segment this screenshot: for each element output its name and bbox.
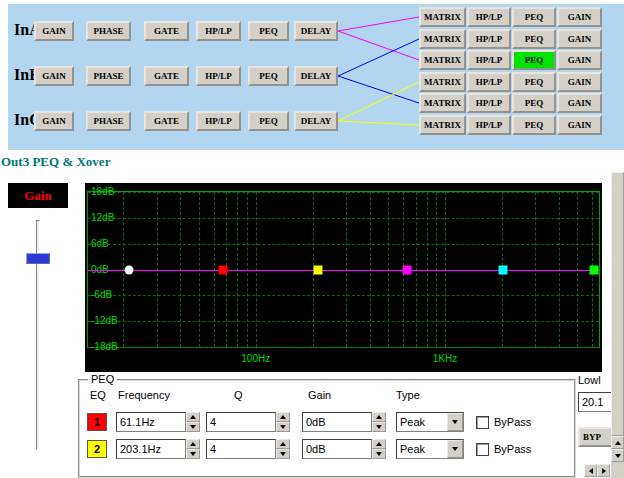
band1-color-chip[interactable]: 1 xyxy=(87,413,107,431)
spin-down-icon[interactable] xyxy=(276,422,290,432)
out1-gain-button[interactable]: GAIN xyxy=(557,7,602,27)
vertical-scrollbar-thumb[interactable] xyxy=(611,172,624,436)
ina-gate-button[interactable]: GATE xyxy=(144,21,189,41)
band2-gain-spinner[interactable] xyxy=(372,439,386,459)
out6-matrix-button[interactable]: MATRIX xyxy=(419,115,466,135)
out3-matrix-button[interactable]: MATRIX xyxy=(419,50,466,70)
inb-delay-button[interactable]: DELAY xyxy=(294,66,338,86)
scrollbar-corner xyxy=(611,463,624,478)
band2-q-spinner[interactable] xyxy=(276,439,290,459)
out4-hplp-button[interactable]: HP/LP xyxy=(467,72,511,92)
ina-phase-button[interactable]: PHASE xyxy=(86,21,131,41)
out4-gain-button[interactable]: GAIN xyxy=(557,72,602,92)
out4-matrix-button[interactable]: MATRIX xyxy=(419,72,466,92)
chevron-down-icon[interactable] xyxy=(447,440,463,458)
ina-gain-button[interactable]: GAIN xyxy=(34,21,74,41)
header-gain: Gain xyxy=(308,389,331,401)
band2-q-field[interactable]: 4 xyxy=(206,439,276,459)
band2-bypass-checkbox[interactable] xyxy=(476,443,489,456)
out3-hplp-button[interactable]: HP/LP xyxy=(467,50,511,70)
out1-peq-button[interactable]: PEQ xyxy=(512,7,556,27)
out3-gain-button[interactable]: GAIN xyxy=(557,50,602,70)
inc-delay-button[interactable]: DELAY xyxy=(294,111,338,131)
spin-up-icon[interactable] xyxy=(186,439,200,449)
inb-gate-button[interactable]: GATE xyxy=(144,66,189,86)
band1-bypass-checkbox[interactable] xyxy=(476,416,489,429)
out3-peq-button[interactable]: PEQ xyxy=(512,50,556,70)
graph-grid: 18dB12dB6dB0dB-6dB-12dB-18dB100Hz1KHz xyxy=(87,191,600,348)
spin-up-icon[interactable] xyxy=(276,412,290,422)
inb-gain-button[interactable]: GAIN xyxy=(34,66,74,86)
inb-peq-button[interactable]: PEQ xyxy=(248,66,289,86)
band2-type-select[interactable]: Peak xyxy=(396,439,464,459)
eq-band-marker[interactable] xyxy=(125,265,134,274)
scroll-right-icon[interactable] xyxy=(597,464,610,477)
band1-frequency-spinner[interactable] xyxy=(186,412,200,432)
inc-phase-button[interactable]: PHASE xyxy=(86,111,131,131)
spin-up-icon[interactable] xyxy=(186,412,200,422)
out6-hplp-button[interactable]: HP/LP xyxy=(467,115,511,135)
vertical-scrollbar[interactable] xyxy=(611,172,624,463)
band2-color-chip[interactable]: 2 xyxy=(87,440,107,458)
spin-down-icon[interactable] xyxy=(186,449,200,459)
eq-band-marker[interactable] xyxy=(498,265,507,274)
spin-up-icon[interactable] xyxy=(372,439,386,449)
band2-gain-field[interactable]: 0dB xyxy=(302,439,372,459)
band2-frequency-spinner[interactable] xyxy=(186,439,200,459)
band1-q-spinner[interactable] xyxy=(276,412,290,432)
spin-down-icon[interactable] xyxy=(372,449,386,459)
band1-frequency-field[interactable]: 61.1Hz xyxy=(116,412,186,432)
band1-type-select[interactable]: Peak xyxy=(396,412,464,432)
inc-gain-button[interactable]: GAIN xyxy=(34,111,74,131)
inc-hplp-button[interactable]: HP/LP xyxy=(196,111,241,131)
spin-down-icon[interactable] xyxy=(186,422,200,432)
inb-hplp-button[interactable]: HP/LP xyxy=(196,66,241,86)
inc-peq-button[interactable]: PEQ xyxy=(248,111,289,131)
header-eq: EQ xyxy=(90,389,106,401)
spin-up-icon[interactable] xyxy=(276,439,290,449)
spin-up-icon[interactable] xyxy=(372,412,386,422)
scroll-down-icon[interactable] xyxy=(611,449,624,462)
eq-band-marker[interactable] xyxy=(589,265,598,274)
out4-peq-button[interactable]: PEQ xyxy=(512,72,556,92)
ina-peq-button[interactable]: PEQ xyxy=(248,21,289,41)
spin-down-icon[interactable] xyxy=(372,422,386,432)
band1-gain-field[interactable]: 0dB xyxy=(302,412,372,432)
out5-matrix-button[interactable]: MATRIX xyxy=(419,93,466,113)
band1-gain-spinner[interactable] xyxy=(372,412,386,432)
out6-gain-button[interactable]: GAIN xyxy=(557,115,602,135)
lowpass-frequency-field[interactable]: 20.1 xyxy=(578,392,611,412)
scroll-left-icon[interactable] xyxy=(584,464,597,477)
out1-hplp-button[interactable]: HP/LP xyxy=(467,7,511,27)
band1-q-field[interactable]: 4 xyxy=(206,412,276,432)
scroll-up-icon[interactable] xyxy=(611,436,624,449)
ina-delay-button[interactable]: DELAY xyxy=(294,21,338,41)
eq-response-graph: 18dB12dB6dB0dB-6dB-12dB-18dB100Hz1KHz xyxy=(85,183,602,372)
out2-peq-button[interactable]: PEQ xyxy=(512,29,556,49)
out5-gain-button[interactable]: GAIN xyxy=(557,93,602,113)
out2-hplp-button[interactable]: HP/LP xyxy=(467,29,511,49)
ina-hplp-button[interactable]: HP/LP xyxy=(196,21,241,41)
lowpass-group-label: Lowl xyxy=(578,374,601,386)
lowpass-bypass-button[interactable]: BYP xyxy=(578,427,611,447)
x-axis-label: 1KHz xyxy=(433,353,457,364)
eq-band-marker[interactable] xyxy=(219,265,228,274)
header-type: Type xyxy=(396,389,420,401)
out5-hplp-button[interactable]: HP/LP xyxy=(467,93,511,113)
inc-gate-button[interactable]: GATE xyxy=(144,111,189,131)
y-axis-label: 12dB xyxy=(91,213,114,223)
out5-peq-button[interactable]: PEQ xyxy=(512,93,556,113)
chevron-down-icon[interactable] xyxy=(447,413,463,431)
out2-gain-button[interactable]: GAIN xyxy=(557,29,602,49)
eq-band-marker[interactable] xyxy=(314,265,323,274)
header-frequency: Frequency xyxy=(118,389,170,401)
out1-matrix-button[interactable]: MATRIX xyxy=(419,7,466,27)
spin-down-icon[interactable] xyxy=(276,449,290,459)
band2-frequency-field[interactable]: 203.1Hz xyxy=(116,439,186,459)
out2-matrix-button[interactable]: MATRIX xyxy=(419,29,466,49)
eq-band-marker[interactable] xyxy=(403,265,412,274)
out6-peq-button[interactable]: PEQ xyxy=(512,115,556,135)
y-axis-label: 18dB xyxy=(91,187,114,197)
inb-phase-button[interactable]: PHASE xyxy=(86,66,131,86)
fader-thumb[interactable] xyxy=(26,253,50,264)
